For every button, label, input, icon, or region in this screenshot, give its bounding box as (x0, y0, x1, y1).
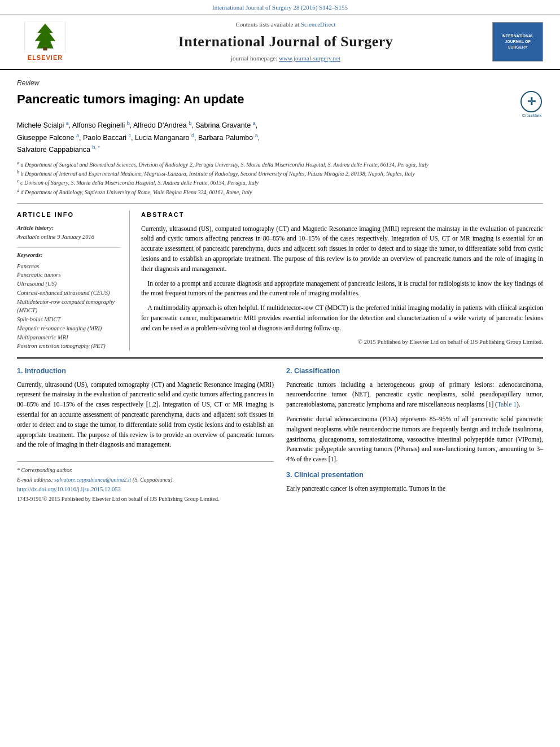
abstract-text: Currently, ultrasound (US), computed tom… (141, 224, 543, 334)
section1-text: Currently, ultrasound (US), computed tom… (17, 380, 274, 451)
main-col-left: 1. Introduction Currently, ultrasound (U… (17, 366, 274, 503)
email-link[interactable]: salvatore.cappabianca@unina2.it (54, 477, 131, 483)
article-info-title: ARTICLE INFO (17, 211, 121, 219)
journal-homepage-link[interactable]: www.journal-surgery.net (279, 55, 340, 62)
section2-title: 2. Classification (286, 366, 543, 377)
history-label: Article history: (17, 224, 121, 233)
email-note: E-mail address: salvatore.cappabianca@un… (17, 476, 274, 484)
keyword-split-bolus: Split-bolus MDCT (17, 315, 121, 324)
section3-para: Early pancreatic cancer is often asympto… (286, 484, 543, 494)
keyword-pancreatic-tumors: Pancreatic tumors (17, 270, 121, 279)
affiliation-b: b b Department of Internal and Experimen… (17, 169, 543, 178)
keywords-label: Keywords: (17, 247, 121, 260)
doi-link[interactable]: http://dx.doi.org/10.1016/j.ijsu.2015.12… (17, 486, 274, 494)
publisher-logo-area: ELSEVIER (11, 21, 79, 62)
keywords-list: Pancreas Pancreatic tumors Ultrasound (U… (17, 262, 121, 351)
main-two-columns: 1. Introduction Currently, ultrasound (U… (17, 366, 543, 503)
footnote-area: * Corresponding author. E-mail address: … (17, 461, 274, 503)
keyword-pancreas: Pancreas (17, 262, 121, 271)
main-col-right: 2. Classification Pancreatic tumors incl… (286, 366, 543, 503)
journal-title: International Journal of Surgery (79, 32, 492, 52)
journal-reference-bar: International Journal of Surgery 28 (201… (0, 0, 560, 15)
abstract-para-1: Currently, ultrasound (US), computed tom… (141, 224, 543, 274)
journal-cover-image-area (492, 22, 549, 62)
authors-line: Michele Scialpi a, Alfonso Reginelli b, … (17, 119, 543, 155)
journal-homepage: journal homepage: www.journal-surgery.ne… (79, 54, 492, 63)
abstract-panel: ABSTRACT Currently, ultrasound (US), com… (141, 211, 543, 351)
affiliation-d: d d Department of Radiology, Sapienza Un… (17, 187, 543, 196)
section2-para1: Pancreatic tumors including a heterogene… (286, 380, 543, 410)
crossmark-label: CrossMark (520, 113, 543, 119)
article-body: Review Pancreatic tumors imaging: An upd… (0, 70, 560, 514)
page: International Journal of Surgery 28 (201… (0, 0, 560, 747)
keyword-mri: Magnetic resonance imaging (MRI) (17, 324, 121, 333)
abstract-title: ABSTRACT (141, 211, 543, 219)
journal-reference-text: International Journal of Surgery 28 (201… (212, 4, 348, 11)
affiliation-c: c c Division of Surgery, S. Maria della … (17, 178, 543, 187)
main-content: 1. Introduction Currently, ultrasound (U… (17, 357, 543, 503)
section3-title: 3. Clinical presentation (286, 470, 543, 480)
journal-header-center: Contents lists available at ScienceDirec… (79, 20, 492, 63)
abstract-para-2: In order to a prompt and accurate diagno… (141, 279, 543, 299)
issn-line: 1743-9191/© 2015 Published by Elsevier L… (17, 495, 274, 503)
affiliation-a: a a Department of Surgical and Biomedica… (17, 160, 543, 169)
section1-para: Currently, ultrasound (US), computed tom… (17, 380, 274, 451)
section3-text: Early pancreatic cancer is often asympto… (286, 484, 543, 494)
keyword-mdct: Multidetector-row computed tomography (M… (17, 298, 121, 316)
article-title: Pancreatic tumors imaging: An update (17, 91, 515, 108)
journal-cover-thumbnail (492, 22, 543, 62)
keyword-pet: Positron emission tomography (PET) (17, 342, 121, 351)
crossmark-circle: ✛ (520, 91, 542, 112)
section1-title: 1. Introduction (17, 366, 274, 377)
sciencedirect-link[interactable]: ScienceDirect (301, 21, 336, 28)
journal-header: ELSEVIER Contents lists available at Sci… (0, 15, 560, 69)
elsevier-logo: ELSEVIER (11, 21, 79, 62)
table1-ref: Table 1 (497, 401, 517, 408)
contents-line: Contents lists available at ScienceDirec… (79, 20, 492, 29)
article-info-panel: ARTICLE INFO Article history: Available … (17, 211, 130, 351)
article-title-row: Pancreatic tumors imaging: An update ✛ C… (17, 91, 543, 113)
abstract-para-3: A multimodality approach is often helpfu… (141, 303, 543, 333)
elsevier-label: ELSEVIER (28, 54, 63, 62)
svg-rect-2 (43, 47, 47, 51)
keyword-multiparametric: Multiparametric MRI (17, 333, 121, 342)
affiliations: a a Department of Surgical and Biomedica… (17, 160, 543, 196)
crossmark-badge: ✛ CrossMark (520, 91, 543, 113)
section2-para2: Pancreatic ductal adenocarcinoma (PDA) r… (286, 414, 543, 465)
keyword-us: Ultrasound (US) (17, 279, 121, 289)
section2-text: Pancreatic tumors including a heterogene… (286, 380, 543, 465)
available-online: Available online 9 January 2016 (17, 233, 121, 242)
crossmark-icon: ✛ (527, 95, 536, 109)
keyword-ceus: Contrast-enhanced ultrasound (CEUS) (17, 289, 121, 298)
corresponding-note: * Corresponding author. (17, 466, 274, 474)
elsevier-tree-icon (23, 21, 68, 53)
article-type: Review (17, 78, 543, 88)
abstract-copyright: © 2015 Published by Elsevier Ltd on beha… (141, 338, 543, 347)
info-abstract-section: ARTICLE INFO Article history: Available … (17, 203, 543, 351)
